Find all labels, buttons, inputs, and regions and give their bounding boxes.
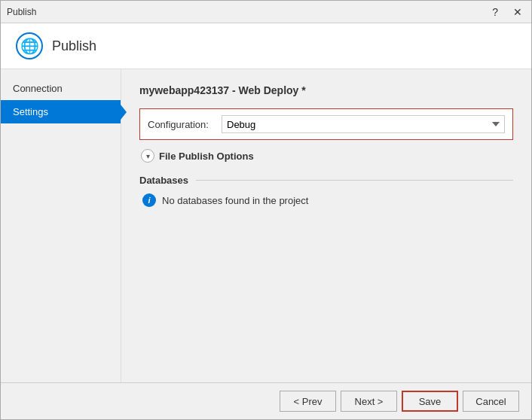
dialog-header: 🌐 Publish [1,23,531,69]
help-button[interactable]: ? [489,5,501,19]
title-bar-controls: ? ✕ [489,5,525,19]
configuration-section: Configuration: Debug Release [139,108,513,140]
databases-divider [196,180,513,181]
next-button[interactable]: Next > [341,391,397,412]
content-area: Connection Settings mywebapp423137 - Web… [1,69,531,382]
publish-dialog: Publish ? ✕ 🌐 Publish Connection Setting… [0,0,532,420]
sidebar-item-settings[interactable]: Settings [1,100,121,123]
title-bar-title: Publish [7,7,36,17]
save-button[interactable]: Save [402,391,458,412]
no-database-row: i No databases found in the project [139,193,513,207]
no-database-text: No databases found in the project [162,195,308,206]
prev-button[interactable]: < Prev [280,391,336,412]
title-bar-left: Publish [7,7,36,17]
info-icon: i [142,193,156,207]
databases-header: Databases [139,175,513,186]
cancel-button[interactable]: Cancel [463,391,519,412]
close-button[interactable]: ✕ [510,5,525,19]
sidebar: Connection Settings [1,69,121,382]
file-publish-toggle[interactable]: ▾ [141,149,154,163]
profile-title: mywebapp423137 - Web Deploy * [139,84,513,96]
file-publish-label: File Publish Options [159,151,254,162]
globe-icon: 🌐 [16,32,43,59]
configuration-row: Configuration: Debug Release [148,115,505,133]
databases-title: Databases [139,175,188,186]
configuration-label: Configuration: [148,119,216,130]
dialog-header-title: Publish [52,38,96,54]
file-publish-row: ▾ File Publish Options [139,149,513,163]
sidebar-item-connection[interactable]: Connection [1,77,121,100]
main-panel: mywebapp423137 - Web Deploy * Configurat… [121,69,531,382]
configuration-select[interactable]: Debug Release [222,115,505,133]
databases-section: Databases i No databases found in the pr… [139,175,513,207]
dialog-footer: < Prev Next > Save Cancel [1,382,531,419]
title-bar: Publish ? ✕ [1,1,531,23]
